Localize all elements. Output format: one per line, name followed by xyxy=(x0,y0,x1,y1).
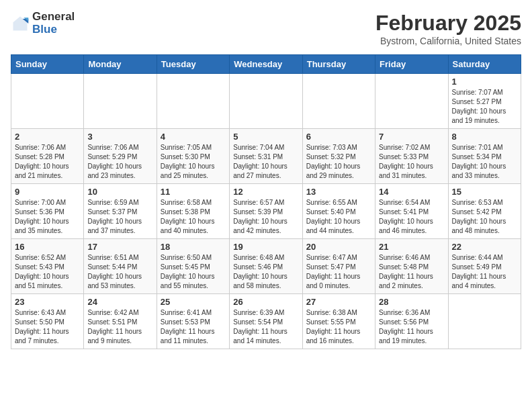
day-info: Sunrise: 6:58 AM Sunset: 5:38 PM Dayligh… xyxy=(161,198,226,236)
location: Bystrom, California, United States xyxy=(375,36,521,46)
calendar-cell: 7Sunrise: 7:02 AM Sunset: 5:33 PM Daylig… xyxy=(375,129,448,184)
day-info: Sunrise: 6:50 AM Sunset: 5:45 PM Dayligh… xyxy=(161,253,226,291)
logo-general: General xyxy=(32,11,75,24)
calendar-cell: 14Sunrise: 6:54 AM Sunset: 5:41 PM Dayli… xyxy=(375,184,448,239)
day-number: 27 xyxy=(306,297,371,307)
calendar-cell xyxy=(157,74,229,129)
day-number: 24 xyxy=(87,297,152,307)
day-number: 26 xyxy=(233,297,298,307)
calendar-cell: 22Sunrise: 6:44 AM Sunset: 5:49 PM Dayli… xyxy=(448,239,521,294)
day-number: 5 xyxy=(233,132,298,142)
logo: General Blue xyxy=(11,11,75,36)
day-number: 21 xyxy=(379,242,444,252)
calendar-cell: 8Sunrise: 7:01 AM Sunset: 5:34 PM Daylig… xyxy=(448,129,521,184)
calendar-cell: 12Sunrise: 6:57 AM Sunset: 5:39 PM Dayli… xyxy=(230,184,302,239)
calendar-cell: 13Sunrise: 6:55 AM Sunset: 5:40 PM Dayli… xyxy=(302,184,375,239)
day-info: Sunrise: 7:03 AM Sunset: 5:32 PM Dayligh… xyxy=(306,143,371,181)
day-info: Sunrise: 6:41 AM Sunset: 5:53 PM Dayligh… xyxy=(161,308,226,346)
calendar-cell xyxy=(84,74,157,129)
day-number: 12 xyxy=(233,187,298,197)
calendar-cell: 10Sunrise: 6:59 AM Sunset: 5:37 PM Dayli… xyxy=(84,184,157,239)
day-number: 23 xyxy=(15,297,80,307)
calendar-cell: 20Sunrise: 6:47 AM Sunset: 5:47 PM Dayli… xyxy=(302,239,375,294)
day-info: Sunrise: 7:02 AM Sunset: 5:33 PM Dayligh… xyxy=(379,143,444,181)
day-info: Sunrise: 6:48 AM Sunset: 5:46 PM Dayligh… xyxy=(233,253,298,291)
day-number: 3 xyxy=(87,132,152,142)
weekday-header-sunday: Sunday xyxy=(11,55,84,74)
day-number: 28 xyxy=(379,297,444,307)
day-number: 19 xyxy=(233,242,298,252)
day-number: 13 xyxy=(306,187,371,197)
day-info: Sunrise: 6:42 AM Sunset: 5:51 PM Dayligh… xyxy=(87,308,152,346)
day-number: 6 xyxy=(306,132,371,142)
calendar-week-2: 2Sunrise: 7:06 AM Sunset: 5:28 PM Daylig… xyxy=(11,129,521,184)
weekday-header-saturday: Saturday xyxy=(448,55,521,74)
calendar-cell xyxy=(375,74,448,129)
weekday-header-friday: Friday xyxy=(375,55,448,74)
calendar-cell: 21Sunrise: 6:46 AM Sunset: 5:48 PM Dayli… xyxy=(375,239,448,294)
day-number: 11 xyxy=(161,187,226,197)
day-number: 15 xyxy=(452,187,517,197)
day-info: Sunrise: 6:39 AM Sunset: 5:54 PM Dayligh… xyxy=(233,308,298,346)
month-title: February 2025 xyxy=(375,11,521,36)
day-info: Sunrise: 6:52 AM Sunset: 5:43 PM Dayligh… xyxy=(15,253,80,291)
calendar-cell: 23Sunrise: 6:43 AM Sunset: 5:50 PM Dayli… xyxy=(11,294,84,349)
calendar-cell: 26Sunrise: 6:39 AM Sunset: 5:54 PM Dayli… xyxy=(230,294,302,349)
day-info: Sunrise: 6:53 AM Sunset: 5:42 PM Dayligh… xyxy=(452,198,517,236)
day-number: 10 xyxy=(87,187,152,197)
page-header: General Blue February 2025 Bystrom, Cali… xyxy=(11,11,521,46)
day-number: 1 xyxy=(452,77,517,87)
day-number: 4 xyxy=(161,132,226,142)
day-info: Sunrise: 6:44 AM Sunset: 5:49 PM Dayligh… xyxy=(452,253,517,291)
weekday-header-monday: Monday xyxy=(84,55,157,74)
day-number: 25 xyxy=(161,297,226,307)
calendar-cell xyxy=(302,74,375,129)
day-number: 9 xyxy=(15,187,80,197)
day-number: 20 xyxy=(306,242,371,252)
day-info: Sunrise: 6:47 AM Sunset: 5:47 PM Dayligh… xyxy=(306,253,371,291)
calendar-cell: 2Sunrise: 7:06 AM Sunset: 5:28 PM Daylig… xyxy=(11,129,84,184)
calendar-cell: 3Sunrise: 7:06 AM Sunset: 5:29 PM Daylig… xyxy=(84,129,157,184)
logo-blue: Blue xyxy=(32,24,75,36)
day-info: Sunrise: 6:46 AM Sunset: 5:48 PM Dayligh… xyxy=(379,253,444,291)
day-number: 8 xyxy=(452,132,517,142)
calendar-cell: 25Sunrise: 6:41 AM Sunset: 5:53 PM Dayli… xyxy=(157,294,229,349)
day-info: Sunrise: 7:05 AM Sunset: 5:30 PM Dayligh… xyxy=(161,143,226,181)
calendar-table: SundayMondayTuesdayWednesdayThursdayFrid… xyxy=(11,54,521,349)
calendar-cell: 28Sunrise: 6:36 AM Sunset: 5:56 PM Dayli… xyxy=(375,294,448,349)
day-info: Sunrise: 6:59 AM Sunset: 5:37 PM Dayligh… xyxy=(87,198,152,236)
calendar-cell: 15Sunrise: 6:53 AM Sunset: 5:42 PM Dayli… xyxy=(448,184,521,239)
weekday-header-wednesday: Wednesday xyxy=(230,55,302,74)
calendar-cell: 11Sunrise: 6:58 AM Sunset: 5:38 PM Dayli… xyxy=(157,184,229,239)
day-number: 22 xyxy=(452,242,517,252)
day-number: 18 xyxy=(161,242,226,252)
day-info: Sunrise: 6:43 AM Sunset: 5:50 PM Dayligh… xyxy=(15,308,80,346)
day-info: Sunrise: 7:06 AM Sunset: 5:29 PM Dayligh… xyxy=(87,143,152,181)
calendar-week-1: 1Sunrise: 7:07 AM Sunset: 5:27 PM Daylig… xyxy=(11,74,521,129)
calendar-cell xyxy=(11,74,84,129)
calendar-cell: 1Sunrise: 7:07 AM Sunset: 5:27 PM Daylig… xyxy=(448,74,521,129)
day-number: 2 xyxy=(15,132,80,142)
day-number: 16 xyxy=(15,242,80,252)
calendar-week-3: 9Sunrise: 7:00 AM Sunset: 5:36 PM Daylig… xyxy=(11,184,521,239)
day-info: Sunrise: 6:38 AM Sunset: 5:55 PM Dayligh… xyxy=(306,308,371,346)
day-info: Sunrise: 7:01 AM Sunset: 5:34 PM Dayligh… xyxy=(452,143,517,181)
calendar-cell: 27Sunrise: 6:38 AM Sunset: 5:55 PM Dayli… xyxy=(302,294,375,349)
day-info: Sunrise: 7:07 AM Sunset: 5:27 PM Dayligh… xyxy=(452,88,517,126)
day-number: 7 xyxy=(379,132,444,142)
calendar-cell: 16Sunrise: 6:52 AM Sunset: 5:43 PM Dayli… xyxy=(11,239,84,294)
calendar-cell: 17Sunrise: 6:51 AM Sunset: 5:44 PM Dayli… xyxy=(84,239,157,294)
calendar-week-5: 23Sunrise: 6:43 AM Sunset: 5:50 PM Dayli… xyxy=(11,294,521,349)
logo-icon xyxy=(11,14,30,33)
day-info: Sunrise: 7:06 AM Sunset: 5:28 PM Dayligh… xyxy=(15,143,80,181)
day-info: Sunrise: 6:51 AM Sunset: 5:44 PM Dayligh… xyxy=(87,253,152,291)
day-number: 14 xyxy=(379,187,444,197)
day-number: 17 xyxy=(87,242,152,252)
logo-text: General Blue xyxy=(32,11,75,36)
day-info: Sunrise: 7:04 AM Sunset: 5:31 PM Dayligh… xyxy=(233,143,298,181)
calendar-cell: 4Sunrise: 7:05 AM Sunset: 5:30 PM Daylig… xyxy=(157,129,229,184)
day-info: Sunrise: 6:54 AM Sunset: 5:41 PM Dayligh… xyxy=(379,198,444,236)
calendar-cell xyxy=(230,74,302,129)
day-info: Sunrise: 6:36 AM Sunset: 5:56 PM Dayligh… xyxy=(379,308,444,346)
calendar-cell: 24Sunrise: 6:42 AM Sunset: 5:51 PM Dayli… xyxy=(84,294,157,349)
